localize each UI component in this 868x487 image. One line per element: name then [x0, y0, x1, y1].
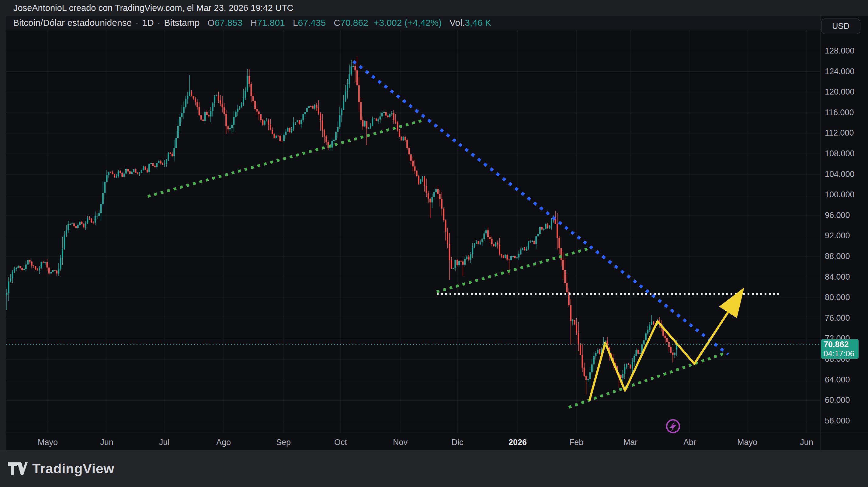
- change-value: +3.002 (+4,42%): [374, 18, 442, 28]
- time-axis-label: Mayo: [38, 438, 58, 447]
- open-value: 67.853: [215, 18, 243, 28]
- legend-separator: ·: [135, 18, 138, 28]
- price-axis-label: 100.000: [825, 190, 855, 199]
- time-axis-label: Feb: [569, 438, 584, 447]
- candlestick-chart[interactable]: [0, 0, 868, 487]
- close-value: 70.862: [340, 18, 368, 28]
- time-axis-label: 2026: [508, 438, 527, 447]
- high-label: H: [250, 18, 257, 28]
- price-axis-label: 96.000: [825, 211, 850, 220]
- close-label: C: [334, 18, 340, 28]
- price-axis-label: 108.000: [825, 149, 855, 158]
- price-axis-label: 64.000: [825, 375, 850, 385]
- symbol-legend[interactable]: Bitcoin/Dólar estadounidense · 1D · Bits…: [13, 18, 491, 28]
- price-axis-label: 124.000: [825, 67, 855, 76]
- symbol-title[interactable]: Bitcoin/Dólar estadounidense: [13, 18, 132, 28]
- price-axis-label: 56.000: [825, 416, 850, 426]
- legend-band: Bitcoin/Dólar estadounidense · 1D · Bits…: [6, 16, 820, 30]
- price-axis-label: 80.000: [825, 293, 850, 302]
- price-axis-label: 92.000: [825, 231, 850, 240]
- time-axis-label: Jun: [800, 438, 813, 447]
- low-label: L: [293, 18, 298, 28]
- tradingview-logo-icon: [8, 461, 28, 477]
- open-label: O: [208, 18, 214, 28]
- time-axis-label: Jul: [159, 438, 170, 447]
- tradingview-logo[interactable]: TradingView: [8, 461, 114, 477]
- last-price-label: 70.862 04:17:06: [821, 339, 859, 359]
- descending-trendline: [353, 61, 728, 354]
- bottom-logo-strip: TradingView: [0, 450, 868, 487]
- exchange-label[interactable]: Bitstamp: [164, 18, 200, 28]
- bar-countdown: 04:17:06: [824, 349, 859, 358]
- chart-drawings: [6, 61, 820, 408]
- legend-separator: ·: [158, 18, 161, 28]
- price-axis-label: 84.000: [825, 272, 850, 282]
- price-axis-label: 112.000: [825, 128, 854, 138]
- volume-value: 3,46 K: [465, 18, 491, 28]
- price-axis-label: 104.000: [825, 170, 855, 179]
- lightning-icon[interactable]: [666, 420, 679, 432]
- low-value: 67.435: [298, 18, 326, 28]
- time-axis-label: Mayo: [737, 438, 757, 447]
- price-axis-label: 116.000: [825, 108, 854, 117]
- price-axis-label: 60.000: [825, 395, 850, 405]
- time-axis-label: Sep: [276, 438, 291, 447]
- high-value: 71.801: [257, 18, 285, 28]
- time-axis-label: Abr: [683, 438, 696, 447]
- price-axis-label: 128.000: [825, 46, 855, 56]
- time-axis-label: Mar: [623, 438, 638, 447]
- time-axis-label: Oct: [334, 438, 347, 447]
- time-axis-label: Ago: [216, 438, 231, 447]
- grid-lines: [6, 16, 820, 433]
- projection-zigzag-arrow: [589, 296, 738, 401]
- price-axis-label: 76.000: [825, 314, 850, 323]
- tradingview-logo-text: TradingView: [32, 461, 114, 477]
- price-axis-label: 120.000: [825, 87, 855, 97]
- currency-button[interactable]: USD: [821, 19, 860, 34]
- timeframe-label[interactable]: 1D: [142, 18, 154, 28]
- time-axis-label: Nov: [393, 438, 407, 447]
- price-axis-label: 88.000: [825, 252, 850, 261]
- time-axis-label: Dic: [452, 438, 464, 447]
- time-axis-label: Jun: [100, 438, 114, 447]
- last-price-value: 70.862: [824, 340, 859, 349]
- volume-label: Vol.: [450, 18, 465, 28]
